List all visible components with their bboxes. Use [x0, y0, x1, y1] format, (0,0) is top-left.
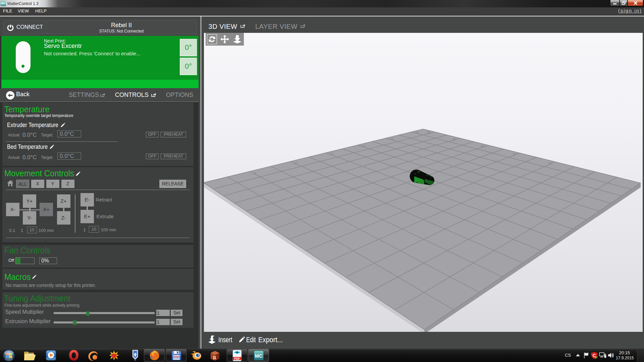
svg-text:MC: MC	[255, 353, 263, 359]
svg-text:PDF: PDF	[234, 357, 240, 360]
svg-text:R: R	[213, 355, 217, 360]
